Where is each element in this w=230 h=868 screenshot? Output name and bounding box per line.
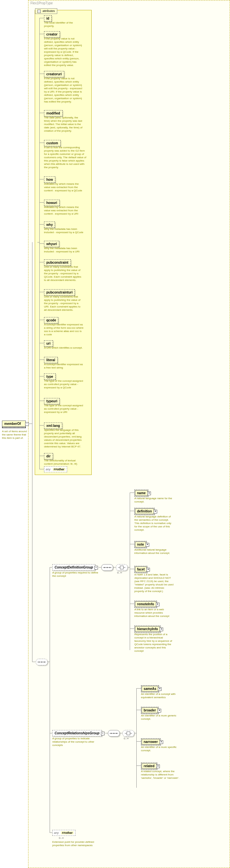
elem-note-expand[interactable]: + bbox=[146, 543, 149, 547]
attr-type[interactable]: type bbox=[44, 373, 55, 380]
any-element-label: any bbox=[54, 831, 59, 835]
elem-facet[interactable]: facet+ bbox=[135, 566, 147, 573]
attr-uri-doc: A URI which identifies a concept. bbox=[44, 346, 84, 349]
elem-narrower-expand[interactable]: + bbox=[159, 740, 163, 744]
group-conceptdefinition-toggle[interactable]: − bbox=[94, 566, 98, 569]
svg-point-15 bbox=[111, 733, 112, 734]
elem-definition[interactable]: definition+ bbox=[135, 508, 155, 515]
relgrp-choice-connector[interactable] bbox=[122, 730, 135, 737]
svg-point-3 bbox=[44, 662, 45, 663]
elem-broader-expand[interactable]: + bbox=[157, 709, 161, 712]
attr-pubconstraint-doc: One or many constraints that apply to pu… bbox=[44, 265, 84, 282]
elem-name-expand[interactable]: + bbox=[147, 492, 151, 495]
elem-definition-expand[interactable]: + bbox=[154, 510, 157, 514]
elem-hierarchyinfo[interactable]: hierarchyInfo+ bbox=[135, 625, 160, 632]
attr-modified-doc: The date (and, optionally, the time) whe… bbox=[44, 116, 84, 133]
elem-sameas-expand[interactable]: + bbox=[158, 687, 161, 691]
defgrp-seq-connector[interactable] bbox=[101, 564, 113, 571]
attr-modified[interactable]: modified bbox=[44, 110, 63, 117]
attr-type-doc: The type of the concept assigned as cont… bbox=[44, 379, 84, 390]
elem-hierarchyinfo-expand[interactable]: + bbox=[159, 627, 163, 631]
any-element[interactable]: any ##other bbox=[52, 830, 75, 836]
any-label: any bbox=[46, 468, 51, 471]
attr-howuri[interactable]: howuri bbox=[44, 200, 60, 206]
attributes-header[interactable]: − attributes bbox=[35, 8, 57, 14]
defgrp-choice-connector[interactable] bbox=[116, 564, 128, 571]
attr-why-doc: Why the metadata has been included - exp… bbox=[44, 227, 84, 234]
group-conceptdefinition[interactable]: ConceptDefinitionGroup − bbox=[52, 564, 95, 570]
memberOf-doc: A set of items around the same theme tha… bbox=[2, 430, 29, 440]
attr-creator-doc: If the property value is not defined, sp… bbox=[44, 37, 84, 67]
elem-sameas[interactable]: sameAs+ bbox=[141, 685, 159, 692]
attr-how-doc: Indicates by which means the value was e… bbox=[44, 182, 84, 192]
attr-pubconstrainturi[interactable]: pubconstrainturi bbox=[44, 289, 75, 296]
attr-creator[interactable]: creator bbox=[44, 31, 60, 37]
attr-typeuri[interactable]: typeuri bbox=[44, 398, 60, 404]
attr-whyuri-doc: Why the metadata has been included - exp… bbox=[44, 247, 84, 253]
attr-qcode-doc: A concept identifier expressed as a stri… bbox=[44, 323, 84, 336]
elem-narrower[interactable]: narrower+ bbox=[141, 738, 160, 745]
svg-point-1 bbox=[39, 662, 40, 663]
svg-point-7 bbox=[110, 567, 111, 568]
elem-narrower-doc: An identifier of a more specific concept… bbox=[141, 746, 181, 752]
memberOf-label: memberOf bbox=[4, 422, 21, 426]
elem-facet-doc: In NAR 1.8 and later, facet is deprecate… bbox=[135, 573, 174, 593]
elem-remoteinfo-doc: A link to an item or a web resource whic… bbox=[135, 608, 174, 618]
svg-point-17 bbox=[116, 733, 117, 734]
elem-related[interactable]: related+ bbox=[141, 763, 157, 770]
elem-remoteinfo[interactable]: remoteInfo+ bbox=[135, 601, 157, 608]
memberOf-toggle[interactable]: − bbox=[25, 422, 29, 426]
elem-broader-doc: An identifier of a more generic concept. bbox=[141, 714, 181, 721]
attr-id-doc: The local identifier of the property. bbox=[44, 21, 84, 28]
elem-broader[interactable]: broader+ bbox=[141, 707, 158, 714]
element-memberOf[interactable]: memberOf − bbox=[2, 421, 26, 428]
group-conceptrelationships-toggle[interactable]: − bbox=[101, 732, 105, 735]
attr-uri[interactable]: uri bbox=[44, 340, 53, 347]
elem-remoteinfo-expand[interactable]: + bbox=[156, 603, 159, 606]
attr-pubconstrainturi-doc: One or many constraints that apply to pu… bbox=[44, 295, 84, 312]
attr-dir[interactable]: dir bbox=[44, 453, 53, 459]
group-conceptrelationships[interactable]: ConceptRelationshipsGroup − bbox=[52, 730, 102, 736]
attr-why[interactable]: why bbox=[44, 222, 55, 228]
attr-xmllang-doc: Specifies the language of this property … bbox=[44, 429, 84, 448]
elem-related-expand[interactable]: + bbox=[156, 765, 160, 768]
any-ns: ##other bbox=[52, 468, 66, 471]
elem-name[interactable]: name+ bbox=[135, 490, 148, 497]
relgrp-occ: 0..∞ bbox=[124, 737, 129, 740]
elem-note[interactable]: note+ bbox=[135, 541, 147, 548]
elem-facet-expand[interactable]: + bbox=[146, 568, 150, 571]
type-label: Flex1PropType bbox=[31, 1, 52, 5]
attr-creatoruri[interactable]: creatoruri bbox=[44, 71, 64, 77]
attr-howuri-doc: Indicates by which means the value was e… bbox=[44, 206, 84, 216]
defgrp-occ: 0..∞ bbox=[117, 571, 122, 574]
relgrp-seq-connector[interactable] bbox=[108, 730, 120, 737]
svg-point-5 bbox=[104, 567, 105, 568]
attr-typeuri-doc: The type of the concept assigned as cont… bbox=[44, 404, 84, 414]
elem-sameas-doc: An identifier of a concept with equivale… bbox=[141, 692, 181, 699]
attr-whyuri[interactable]: whyuri bbox=[44, 241, 59, 247]
elem-related-doc: A related concept, where the relationshi… bbox=[141, 770, 181, 780]
sequence-connector[interactable] bbox=[36, 659, 48, 665]
attr-xmllang[interactable]: xml:lang bbox=[44, 423, 62, 429]
any-attribute[interactable]: any ##other bbox=[44, 466, 67, 472]
attr-custom[interactable]: custom bbox=[44, 140, 61, 146]
any-element-doc: Extension point for provider-defined pro… bbox=[52, 840, 99, 847]
attr-custom-doc: If set to true the corresponding propert… bbox=[44, 146, 87, 169]
svg-point-6 bbox=[107, 567, 108, 568]
attributes-toggle[interactable]: − bbox=[37, 10, 41, 13]
svg-point-2 bbox=[41, 662, 42, 663]
any-element-occ: 0..∞ bbox=[59, 836, 64, 839]
attr-pubconstraint[interactable]: pubconstraint bbox=[44, 259, 71, 266]
svg-point-16 bbox=[114, 733, 115, 734]
elem-note-doc: Additional natural language information … bbox=[135, 548, 174, 555]
attr-qcode[interactable]: qcode bbox=[44, 317, 58, 323]
elem-definition-doc: A natural language definition of the sem… bbox=[135, 515, 174, 532]
attr-id[interactable]: id bbox=[44, 15, 52, 22]
attr-literal-doc: A concept identifier expressed as a free… bbox=[44, 363, 84, 370]
attr-literal[interactable]: literal bbox=[44, 357, 58, 363]
group-conceptrelationships-doc: A group of properties to indicate relati… bbox=[52, 737, 102, 747]
attr-how[interactable]: how bbox=[44, 177, 55, 183]
any-element-ns: ##other bbox=[61, 831, 74, 835]
attr-dir-doc: The directionality of textual content (e… bbox=[44, 459, 84, 466]
group-conceptdefinition-doc: A group of properties required to define… bbox=[52, 571, 99, 578]
